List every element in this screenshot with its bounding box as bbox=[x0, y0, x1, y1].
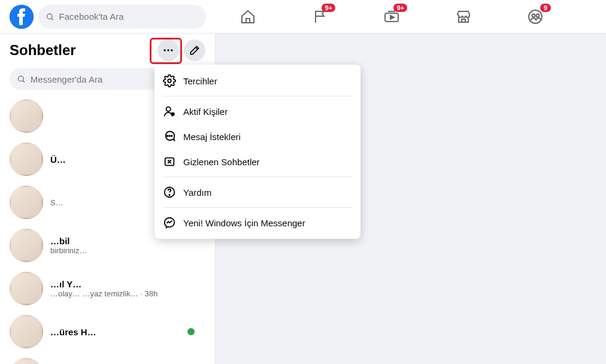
svg-point-20 bbox=[169, 195, 169, 195]
home-button[interactable] bbox=[236, 5, 260, 29]
pages-badge: 9+ bbox=[322, 4, 335, 12]
avatar bbox=[10, 229, 43, 262]
svg-point-12 bbox=[168, 79, 171, 83]
menu-label: Yeni! Windows İçin Messenger bbox=[183, 218, 305, 228]
chat-name: …bil bbox=[50, 236, 87, 246]
marketplace-icon bbox=[455, 8, 472, 25]
menu-message-requests[interactable]: Mesaj İstekleri bbox=[154, 124, 360, 149]
chat-item[interactable]: …ıl Y……olay… …yaz temizlik… · 38h bbox=[10, 267, 205, 310]
compose-icon bbox=[189, 44, 201, 56]
svg-point-13 bbox=[166, 107, 171, 111]
person-icon bbox=[163, 105, 176, 118]
svg-point-1 bbox=[47, 14, 52, 19]
svg-point-9 bbox=[171, 49, 172, 51]
home-icon bbox=[240, 8, 256, 25]
chat-subtitle: …olay… …yaz temizlik… · 38h bbox=[50, 289, 157, 298]
svg-point-4 bbox=[529, 10, 542, 23]
chat-icon bbox=[163, 130, 176, 143]
chat-name: Ü… bbox=[50, 154, 66, 165]
gear-icon bbox=[163, 74, 176, 87]
watch-button[interactable]: 9+ bbox=[380, 5, 404, 29]
svg-line-11 bbox=[23, 80, 25, 82]
svg-point-5 bbox=[532, 14, 535, 17]
avatar bbox=[10, 99, 43, 133]
svg-point-17 bbox=[171, 135, 172, 136]
menu-label: Gizlenen Sohbetler bbox=[183, 157, 260, 167]
groups-badge: 9 bbox=[540, 4, 551, 12]
groups-button[interactable]: 9 bbox=[523, 5, 547, 29]
svg-point-14 bbox=[171, 113, 174, 116]
menu-windows-messenger[interactable]: Yeni! Windows İçin Messenger bbox=[154, 210, 360, 235]
global-search[interactable] bbox=[38, 5, 206, 29]
svg-point-7 bbox=[164, 49, 166, 51]
avatar bbox=[10, 358, 43, 364]
chat-name: …ıl Y… bbox=[50, 279, 157, 289]
svg-line-2 bbox=[51, 18, 53, 20]
svg-point-6 bbox=[537, 14, 540, 17]
watch-badge: 9+ bbox=[393, 4, 407, 12]
help-icon bbox=[163, 186, 176, 199]
svg-point-8 bbox=[167, 49, 169, 51]
menu-label: Aktif Kişiler bbox=[183, 107, 228, 117]
avatar bbox=[10, 186, 43, 219]
svg-point-10 bbox=[18, 76, 23, 81]
archive-icon bbox=[163, 155, 176, 168]
avatar bbox=[10, 142, 43, 176]
menu-help[interactable]: Yardım bbox=[154, 180, 360, 205]
search-icon bbox=[46, 12, 54, 22]
avatar bbox=[10, 272, 43, 305]
chat-item[interactable]: Kemal bir fotoğraf gönderdi. · 39h bbox=[10, 353, 205, 364]
search-icon bbox=[17, 74, 26, 84]
menu-active-contacts[interactable]: Aktif Kişiler bbox=[154, 99, 360, 124]
marketplace-button[interactable] bbox=[452, 5, 475, 29]
chat-name: …üres H… bbox=[50, 327, 96, 337]
svg-point-15 bbox=[166, 135, 168, 136]
divider bbox=[163, 96, 352, 96]
pages-button[interactable]: 9+ bbox=[308, 5, 332, 29]
messenger-icon bbox=[163, 216, 176, 229]
chat-subtitle: birbiriniz… bbox=[50, 246, 87, 255]
options-dropdown: Tercihler Aktif Kişiler Mesaj İstekleri … bbox=[154, 65, 360, 239]
more-options-button[interactable] bbox=[157, 40, 179, 61]
menu-preferences[interactable]: Tercihler bbox=[154, 68, 360, 93]
avatar bbox=[10, 315, 43, 348]
ellipsis-icon bbox=[162, 44, 174, 56]
top-nav: 9+ 9+ 9 bbox=[0, 0, 606, 34]
menu-label: Tercihler bbox=[183, 76, 217, 86]
divider bbox=[163, 207, 352, 208]
divider bbox=[163, 177, 352, 177]
menu-label: Mesaj İstekleri bbox=[183, 132, 241, 142]
svg-point-16 bbox=[169, 135, 170, 136]
menu-hidden-chats[interactable]: Gizlenen Sohbetler bbox=[154, 149, 360, 174]
global-search-input[interactable] bbox=[59, 11, 199, 22]
facebook-logo[interactable] bbox=[10, 5, 34, 29]
chat-subtitle: S… bbox=[50, 198, 63, 207]
sidebar-title: Sohbetler bbox=[10, 42, 76, 59]
active-status-icon bbox=[186, 327, 196, 336]
top-nav-icons: 9+ 9+ 9 bbox=[236, 5, 547, 29]
chat-item[interactable]: …üres H… bbox=[10, 310, 205, 353]
menu-label: Yardım bbox=[183, 187, 211, 198]
new-message-button[interactable] bbox=[184, 40, 205, 61]
